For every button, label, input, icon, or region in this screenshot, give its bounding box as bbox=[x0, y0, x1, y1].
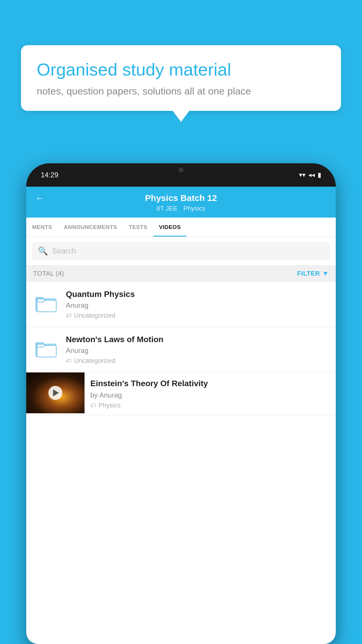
tag-icon-2: 🏷 bbox=[66, 358, 72, 364]
svg-rect-7 bbox=[37, 344, 45, 347]
video-title-1: Quantum Physics bbox=[66, 290, 329, 299]
video-info-3: Einstein's Theory Of Relativity by Anura… bbox=[85, 372, 336, 415]
search-bar[interactable]: 🔍 Search bbox=[32, 242, 330, 260]
tag-label-3: Physics bbox=[99, 402, 121, 409]
status-bar: 14:29 ▾▾ ◂◂ ▮ bbox=[26, 163, 336, 187]
list-item[interactable]: Einstein's Theory Of Relativity by Anura… bbox=[26, 372, 336, 415]
video-author-3: by Anurag bbox=[90, 391, 330, 399]
tabs-container: MENTS ANNOUNCEMENTS TESTS VIDEOS bbox=[26, 218, 336, 237]
video-author-2: Anurag bbox=[66, 346, 329, 355]
status-time: 14:29 bbox=[41, 171, 58, 179]
subtitle-iit: IIT JEE bbox=[157, 205, 178, 212]
tag-label-1: Uncategorized bbox=[74, 312, 115, 319]
app-title: Physics Batch 12 bbox=[145, 193, 217, 203]
tag-label-2: Uncategorized bbox=[74, 357, 115, 365]
folder-thumb-2 bbox=[33, 335, 59, 361]
video-title-2: Newton's Laws of Motion bbox=[66, 335, 329, 344]
notch bbox=[164, 163, 198, 176]
play-button[interactable] bbox=[48, 386, 62, 400]
wifi-icon: ▾▾ bbox=[299, 171, 305, 179]
battery-icon: ▮ bbox=[318, 171, 321, 179]
video-info-1: Quantum Physics Anurag 🏷 Uncategorized bbox=[66, 290, 329, 319]
notch-camera bbox=[179, 168, 183, 172]
list-item[interactable]: Newton's Laws of Motion Anurag 🏷 Uncateg… bbox=[26, 327, 336, 372]
filter-funnel-icon: ▼ bbox=[322, 270, 329, 277]
app-subtitle: IIT JEE Physics bbox=[35, 205, 327, 212]
folder-icon-1 bbox=[35, 293, 58, 313]
search-icon: 🔍 bbox=[38, 246, 48, 256]
video-tag-2: 🏷 Uncategorized bbox=[66, 357, 329, 365]
filter-label: FILTER bbox=[297, 270, 320, 277]
search-placeholder: Search bbox=[52, 246, 76, 256]
video-author-1: Anurag bbox=[66, 301, 329, 309]
tag-icon-3: 🏷 bbox=[90, 402, 96, 409]
app-header-top: ← Physics Batch 12 bbox=[35, 193, 327, 203]
speech-bubble: Organised study material notes, question… bbox=[21, 45, 341, 111]
phone-frame: 14:29 ▾▾ ◂◂ ▮ ← Physics Batch 12 IIT JEE… bbox=[26, 163, 336, 644]
video-tag-1: 🏷 Uncategorized bbox=[66, 312, 329, 319]
folder-thumb-1 bbox=[33, 290, 59, 316]
video-info-2: Newton's Laws of Motion Anurag 🏷 Uncateg… bbox=[66, 335, 329, 365]
speech-bubble-title: Organised study material bbox=[37, 59, 325, 80]
filter-bar: TOTAL (4) FILTER ▼ bbox=[26, 265, 336, 282]
folder-icon-2 bbox=[35, 338, 58, 358]
app-header: ← Physics Batch 12 IIT JEE Physics bbox=[26, 187, 336, 218]
phone-screen: ← Physics Batch 12 IIT JEE Physics MENTS… bbox=[26, 187, 336, 644]
search-container: 🔍 Search bbox=[26, 237, 336, 265]
subtitle-physics: Physics bbox=[183, 205, 205, 212]
signal-icon: ◂◂ bbox=[308, 171, 315, 179]
tab-tests[interactable]: TESTS bbox=[123, 218, 153, 237]
video-title-3: Einstein's Theory Of Relativity bbox=[90, 378, 330, 389]
tab-ments[interactable]: MENTS bbox=[26, 218, 58, 237]
list-item[interactable]: Quantum Physics Anurag 🏷 Uncategorized bbox=[26, 282, 336, 327]
svg-rect-3 bbox=[37, 299, 45, 302]
video-tag-3: 🏷 Physics bbox=[90, 402, 330, 409]
speech-bubble-subtitle: notes, question papers, solutions all at… bbox=[37, 85, 325, 97]
filter-button[interactable]: FILTER ▼ bbox=[297, 270, 329, 277]
total-count: TOTAL (4) bbox=[33, 270, 64, 277]
einstein-thumbnail bbox=[26, 372, 85, 413]
play-triangle-icon bbox=[53, 389, 59, 396]
back-button[interactable]: ← bbox=[35, 193, 44, 204]
tab-announcements[interactable]: ANNOUNCEMENTS bbox=[58, 218, 123, 237]
tab-videos[interactable]: VIDEOS bbox=[153, 218, 187, 237]
video-list: Quantum Physics Anurag 🏷 Uncategorized bbox=[26, 282, 336, 415]
tag-icon-1: 🏷 bbox=[66, 312, 72, 319]
status-icons: ▾▾ ◂◂ ▮ bbox=[299, 171, 321, 179]
